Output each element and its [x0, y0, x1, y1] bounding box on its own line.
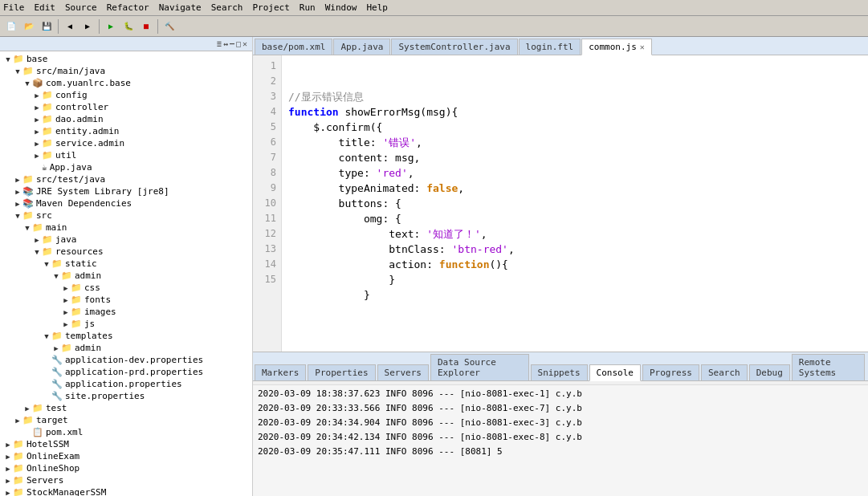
- tree-item-36[interactable]: ▶📁StockManagerSSM: [0, 486, 252, 496]
- line-num-2: 2: [253, 74, 281, 89]
- bottom-tab-search[interactable]: Search: [701, 364, 748, 380]
- tree-item-28[interactable]: 🔧site.properties: [0, 390, 252, 402]
- tree-item-22[interactable]: ▶📁js: [0, 318, 252, 330]
- project-explorer: ≡ ↔ — □ ✕ ▼📁base▼📁src/main/java▼📦com.yua…: [0, 37, 253, 496]
- tree-item-21[interactable]: ▶📁images: [0, 306, 252, 318]
- bottom-tab-properties[interactable]: Properties: [308, 364, 375, 380]
- code-editor[interactable]: 123456789101112131415 //显示错误信息function s…: [253, 55, 868, 352]
- tree-item-20[interactable]: ▶📁fonts: [0, 294, 252, 306]
- toolbar-forward[interactable]: ▶: [79, 18, 96, 35]
- menu-project[interactable]: Project: [252, 2, 289, 13]
- tree-item-17[interactable]: ▼📁static: [0, 258, 252, 270]
- toolbar-run[interactable]: ▶: [103, 18, 119, 35]
- tree-item-3[interactable]: ▶📁config: [0, 89, 252, 101]
- bottom-tab-console[interactable]: Console: [589, 364, 641, 381]
- bottom-tab-debug[interactable]: Debug: [749, 364, 790, 380]
- sidebar-sync-btn[interactable]: ↔: [223, 39, 228, 48]
- sidebar-minimize-btn[interactable]: —: [230, 39, 234, 48]
- tree-item-9[interactable]: ☕App.java: [0, 161, 252, 173]
- toolbar-sep-2: [99, 19, 100, 34]
- tree-item-35[interactable]: ▶📁Servers: [0, 474, 252, 486]
- tree-arrow-20: ▶: [61, 296, 71, 304]
- menu-navigate[interactable]: Navigate: [159, 2, 202, 13]
- tree-item-12[interactable]: ▶📚Maven Dependencies: [0, 197, 252, 209]
- menu-file[interactable]: File: [3, 2, 25, 13]
- tab-2[interactable]: SystemController.java: [391, 39, 517, 55]
- tree-item-7[interactable]: ▶📁service.admin: [0, 137, 252, 149]
- menu-edit[interactable]: Edit: [35, 2, 56, 13]
- tree-item-2[interactable]: ▼📦com.yuanlrc.base: [0, 77, 252, 89]
- tree-item-23[interactable]: ▼📁templates: [0, 330, 252, 342]
- bottom-tab-markers[interactable]: Markers: [255, 364, 306, 380]
- sidebar-tree: ▼📁base▼📁src/main/java▼📦com.yuanlrc.base▶…: [0, 51, 252, 496]
- tab-1[interactable]: App.java: [333, 39, 390, 55]
- menu-window[interactable]: Window: [325, 2, 357, 13]
- tree-item-4[interactable]: ▶📁controller: [0, 101, 252, 113]
- sidebar-maximize-btn[interactable]: □: [236, 39, 241, 48]
- tree-arrow-19: ▶: [61, 284, 71, 292]
- line-numbers: 123456789101112131415: [253, 55, 282, 352]
- toolbar-build[interactable]: 🔨: [161, 18, 177, 35]
- toolbar-stop[interactable]: ■: [138, 18, 154, 35]
- tree-item-13[interactable]: ▼📁src: [0, 209, 252, 222]
- tab-4[interactable]: common.js✕: [581, 39, 652, 55]
- tree-item-1[interactable]: ▼📁src/main/java: [0, 65, 252, 77]
- bottom-tab-remote-systems[interactable]: Remote Systems: [792, 354, 865, 380]
- tree-item-30[interactable]: ▶📁target: [0, 414, 252, 426]
- tree-label-22: js: [84, 319, 95, 329]
- menu-help[interactable]: Help: [366, 2, 388, 13]
- toolbar-back[interactable]: ◀: [62, 18, 78, 35]
- sidebar-collapse-btn[interactable]: ≡: [217, 39, 222, 48]
- menu-search[interactable]: Search: [211, 2, 243, 13]
- tree-icon-12: 📚: [22, 198, 34, 209]
- tree-item-8[interactable]: ▶📁util: [0, 149, 252, 161]
- tree-arrow-7: ▶: [32, 140, 42, 148]
- tree-item-27[interactable]: 🔧application.properties: [0, 378, 252, 390]
- tree-item-10[interactable]: ▶📁src/test/java: [0, 173, 252, 185]
- tree-item-25[interactable]: 🔧application-dev.properties: [0, 354, 252, 366]
- tree-item-18[interactable]: ▼📁admin: [0, 270, 252, 282]
- bottom-tab-progress[interactable]: Progress: [642, 364, 699, 380]
- tree-icon-35: 📁: [13, 475, 24, 486]
- code-content[interactable]: //显示错误信息function showErrorMsg(msg){ $.co…: [282, 55, 868, 352]
- tree-item-0[interactable]: ▼📁base: [0, 53, 252, 65]
- tree-item-29[interactable]: ▶📁test: [0, 402, 252, 414]
- tab-label-0: base/pom.xml: [262, 42, 325, 52]
- tab-3[interactable]: login.ftl: [519, 39, 581, 55]
- tab-close-4[interactable]: ✕: [640, 43, 645, 51]
- line-num-5: 5: [253, 120, 281, 135]
- tree-arrow-21: ▶: [61, 308, 71, 316]
- sidebar-close-btn[interactable]: ✕: [242, 39, 247, 48]
- tree-item-33[interactable]: ▶📁OnlineExam: [0, 450, 252, 462]
- tree-item-26[interactable]: 🔧application-prd.properties: [0, 366, 252, 378]
- toolbar-new[interactable]: 📄: [3, 18, 19, 35]
- menu-source[interactable]: Source: [65, 2, 97, 13]
- tree-item-15[interactable]: ▶📁java: [0, 234, 252, 246]
- tab-0[interactable]: base/pom.xml: [255, 39, 332, 55]
- tree-icon-24: 📁: [61, 343, 72, 353]
- bottom-tab-servers[interactable]: Servers: [377, 364, 429, 380]
- line-num-3: 3: [253, 89, 281, 104]
- bottom-tab-snippets[interactable]: Snippets: [531, 364, 588, 380]
- tree-item-11[interactable]: ▶📚JRE System Library [jre8]: [0, 185, 252, 197]
- tree-icon-2: 📦: [32, 78, 43, 88]
- toolbar-open[interactable]: 📂: [21, 18, 37, 35]
- menu-run[interactable]: Run: [300, 2, 316, 13]
- tree-item-34[interactable]: ▶📁OnlineShop: [0, 462, 252, 474]
- bottom-tab-data-source-explorer[interactable]: Data Source Explorer: [430, 354, 529, 380]
- tree-item-32[interactable]: ▶📁HotelSSM: [0, 438, 252, 450]
- tree-item-14[interactable]: ▼📁main: [0, 222, 252, 234]
- tree-item-19[interactable]: ▶📁css: [0, 282, 252, 294]
- tree-icon-34: 📁: [13, 463, 24, 474]
- tree-item-6[interactable]: ▶📁entity.admin: [0, 125, 252, 137]
- tree-item-16[interactable]: ▼📁resources: [0, 246, 252, 258]
- code-line-1: //显示错误信息: [288, 89, 862, 104]
- tab-label-4: common.js: [589, 42, 637, 52]
- tree-icon-21: 📁: [71, 307, 82, 317]
- toolbar-save[interactable]: 💾: [39, 18, 55, 35]
- tree-item-24[interactable]: ▶📁admin: [0, 342, 252, 354]
- tree-item-31[interactable]: 📋pom.xml: [0, 426, 252, 438]
- tree-item-5[interactable]: ▶📁dao.admin: [0, 113, 252, 125]
- menu-refactor[interactable]: Refactor: [107, 2, 149, 13]
- toolbar-debug[interactable]: 🐛: [120, 18, 137, 35]
